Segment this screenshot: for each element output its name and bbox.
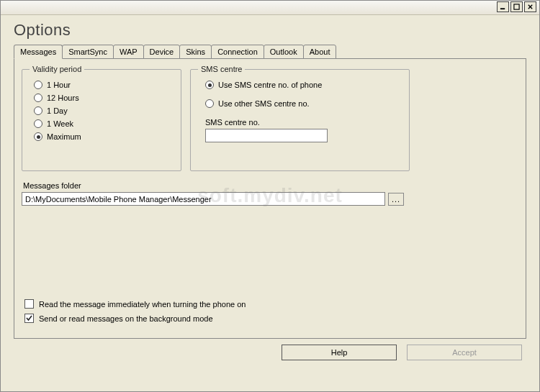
checkbox-1[interactable]: Send or read messages on the background … bbox=[24, 314, 246, 323]
radio-icon bbox=[34, 106, 42, 115]
browse-button[interactable]: ... bbox=[388, 193, 404, 206]
validity-option-maximum[interactable]: Maximum bbox=[34, 132, 174, 141]
sms-centre-option-0[interactable]: Use SMS centre no. of phone bbox=[205, 81, 402, 89]
tab-about[interactable]: About bbox=[303, 45, 337, 59]
checkbox-label: Send or read messages on the background … bbox=[39, 314, 213, 323]
radio-label: 12 Hours bbox=[47, 94, 79, 102]
tab-wap[interactable]: WAP bbox=[113, 45, 144, 59]
messages-folder-label: Messages folder bbox=[23, 181, 518, 190]
checkbox-0[interactable]: Read the message immediately when turnin… bbox=[24, 299, 246, 309]
svg-rect-1 bbox=[514, 4, 519, 9]
tab-messages[interactable]: Messages bbox=[14, 45, 63, 59]
validity-option-1-hour[interactable]: 1 Hour bbox=[34, 81, 174, 89]
maximize-button[interactable] bbox=[510, 1, 523, 12]
minimize-button[interactable] bbox=[497, 1, 509, 12]
page-title: Options bbox=[14, 21, 526, 40]
checkbox-icon bbox=[24, 299, 34, 309]
tab-device[interactable]: Device bbox=[143, 45, 181, 59]
tab-outlook[interactable]: Outlook bbox=[264, 45, 304, 59]
sms-centre-group: SMS centre Use SMS centre no. of phoneUs… bbox=[190, 65, 410, 171]
radio-icon bbox=[34, 132, 42, 141]
checkbox-label: Read the message immediately when turnin… bbox=[39, 300, 246, 309]
maximize-icon bbox=[513, 4, 520, 10]
radio-label: 1 Day bbox=[47, 106, 68, 115]
radio-label: 1 Week bbox=[47, 119, 73, 128]
validity-legend: Validity period bbox=[30, 65, 84, 73]
tab-connection[interactable]: Connection bbox=[211, 45, 264, 59]
close-icon bbox=[527, 4, 534, 10]
sms-centre-legend: SMS centre bbox=[198, 65, 245, 73]
sms-centre-number-label: SMS centre no. bbox=[205, 118, 402, 127]
validity-option-1-day[interactable]: 1 Day bbox=[34, 106, 174, 115]
sms-centre-number-input[interactable] bbox=[205, 129, 328, 142]
radio-label: Use SMS centre no. of phone bbox=[218, 81, 322, 89]
validity-option-12-hours[interactable]: 12 Hours bbox=[34, 94, 174, 102]
tab-row: MessagesSmartSyncWAPDeviceSkinsConnectio… bbox=[14, 45, 526, 59]
radio-label: Maximum bbox=[47, 132, 81, 141]
help-button[interactable]: Help bbox=[282, 345, 397, 360]
radio-icon bbox=[205, 99, 214, 108]
minimize-icon bbox=[500, 4, 506, 10]
checkbox-icon bbox=[24, 314, 34, 323]
svg-rect-0 bbox=[500, 8, 505, 9]
titlebar bbox=[1, 1, 539, 15]
radio-label: Use other SMS centre no. bbox=[218, 99, 310, 108]
radio-icon bbox=[34, 119, 42, 128]
radio-label: 1 Hour bbox=[47, 81, 71, 89]
messages-folder-input[interactable] bbox=[22, 192, 385, 206]
options-window: Options MessagesSmartSyncWAPDeviceSkinsC… bbox=[0, 0, 540, 392]
tab-skins[interactable]: Skins bbox=[179, 45, 212, 59]
sms-centre-option-1[interactable]: Use other SMS centre no. bbox=[205, 99, 402, 108]
tab-panel-messages: Validity period 1 Hour12 Hours1 Day1 Wee… bbox=[14, 58, 526, 339]
validity-period-group: Validity period 1 Hour12 Hours1 Day1 Wee… bbox=[22, 65, 181, 171]
radio-icon bbox=[34, 94, 42, 102]
tab-smartsync[interactable]: SmartSync bbox=[62, 45, 114, 59]
validity-option-1-week[interactable]: 1 Week bbox=[34, 119, 174, 128]
radio-icon bbox=[34, 81, 42, 89]
radio-icon bbox=[205, 81, 214, 89]
accept-button: Accept bbox=[407, 345, 522, 360]
close-button[interactable] bbox=[524, 1, 536, 12]
